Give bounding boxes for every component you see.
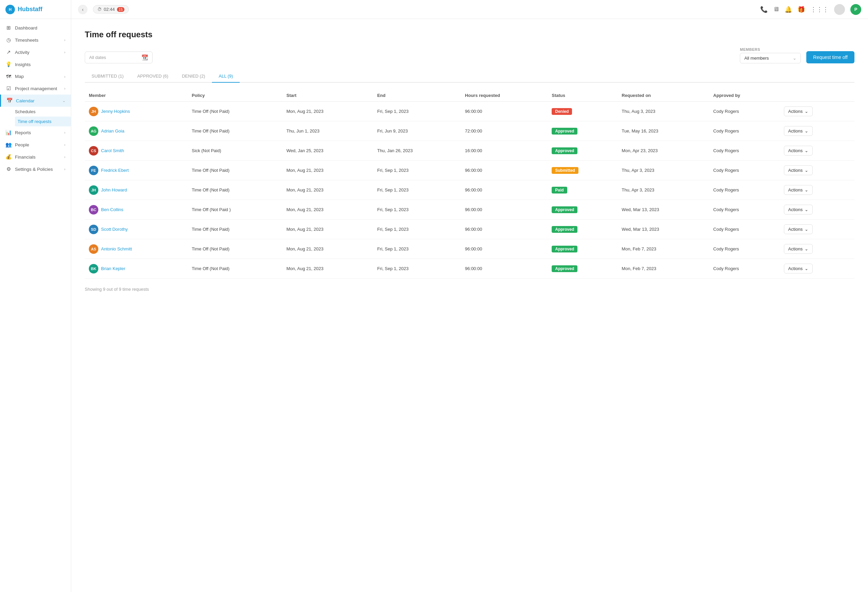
calendar-submenu: Schedules Time off requests	[0, 107, 71, 127]
actions-cell: Actions ⌄	[780, 239, 855, 259]
actions-button[interactable]: Actions ⌄	[784, 224, 813, 234]
hours-cell: 96:00:00	[461, 102, 548, 121]
status-badge: Approved	[552, 246, 577, 252]
filters-row: All dates 📆 MEMBERS All members ⌄ Reques…	[85, 47, 855, 63]
actions-button[interactable]: Actions ⌄	[784, 244, 813, 254]
approved-by-cell: Cody Rogers	[709, 180, 780, 200]
col-requested-on: Requested on	[618, 90, 709, 102]
status-badge: Approved	[552, 265, 577, 272]
sidebar-item-dashboard[interactable]: ⊞ Dashboard	[0, 22, 71, 34]
end-cell: Fri, Sep 1, 2023	[373, 259, 461, 278]
status-cell: Paid	[548, 180, 617, 200]
actions-cell: Actions ⌄	[780, 121, 855, 141]
hours-cell: 96:00:00	[461, 219, 548, 239]
page-title: Time off requests	[85, 30, 855, 39]
tab-denied[interactable]: DENIED (2)	[175, 70, 212, 83]
dashboard-icon: ⊞	[6, 25, 12, 31]
sidebar-item-project-management[interactable]: ☑ Project management ›	[0, 82, 71, 94]
actions-cell: Actions ⌄	[780, 200, 855, 219]
status-cell: Denied	[548, 102, 617, 121]
actions-button[interactable]: Actions ⌄	[784, 264, 813, 274]
phone-icon[interactable]: 📞	[760, 6, 768, 13]
sidebar-item-label: Financials	[15, 155, 35, 160]
actions-cell: Actions ⌄	[780, 141, 855, 161]
timer-icon: ⏱	[97, 7, 102, 12]
showing-text: Showing 9 out of 9 time requests	[85, 284, 855, 292]
start-cell: Mon, Aug 21, 2023	[282, 200, 373, 219]
actions-button[interactable]: Actions ⌄	[784, 146, 813, 156]
hours-cell: 72:00:00	[461, 121, 548, 141]
member-name[interactable]: Ben Collins	[101, 207, 123, 212]
sidebar-nav: ⊞ Dashboard ◷ Timesheets › ↗ Activity › …	[0, 19, 71, 592]
status-cell: Approved	[548, 239, 617, 259]
member-name[interactable]: Brian Kepler	[101, 266, 125, 271]
actions-button[interactable]: Actions ⌄	[784, 165, 813, 175]
member-name[interactable]: Scott Dorothy	[101, 227, 128, 232]
policy-cell: Time Off (Not Paid)	[188, 121, 282, 141]
gift-icon[interactable]: 🎁	[797, 6, 805, 13]
bell-icon[interactable]: 🔔	[785, 6, 792, 13]
user-avatar[interactable]	[834, 4, 845, 15]
sidebar-item-timesheets[interactable]: ◷ Timesheets ›	[0, 34, 71, 46]
member-name[interactable]: John Howard	[101, 187, 127, 193]
actions-button[interactable]: Actions ⌄	[784, 126, 813, 136]
actions-button[interactable]: Actions ⌄	[784, 185, 813, 195]
sidebar-item-financials[interactable]: 💰 Financials ›	[0, 151, 71, 163]
sidebar-item-insights[interactable]: 💡 Insights	[0, 58, 71, 71]
sidebar-item-map[interactable]: 🗺 Map ›	[0, 71, 71, 82]
start-cell: Mon, Aug 21, 2023	[282, 102, 373, 121]
member-name[interactable]: Jenny Hopkins	[101, 109, 130, 114]
chevron-down-icon: ⌄	[805, 187, 808, 193]
sidebar-item-settings[interactable]: ⚙ Settings & Policies ›	[0, 163, 71, 175]
sidebar-item-label: Settings & Policies	[15, 167, 53, 172]
member-name[interactable]: Adrian Goia	[101, 128, 124, 134]
timer-badge[interactable]: ⏱ 02:44 15	[93, 5, 129, 13]
end-cell: Fri, Sep 1, 2023	[373, 180, 461, 200]
sidebar-item-reports[interactable]: 📊 Reports ›	[0, 127, 71, 138]
sidebar-item-label: Activity	[15, 50, 30, 55]
chevron-icon: ›	[64, 86, 65, 90]
actions-cell: Actions ⌄	[780, 161, 855, 180]
chevron-icon: ›	[64, 75, 65, 79]
start-cell: Mon, Aug 21, 2023	[282, 259, 373, 278]
chevron-icon: ›	[64, 50, 65, 54]
member-name[interactable]: Carol Smith	[101, 148, 124, 153]
status-badge: Paid	[552, 187, 567, 193]
actions-cell: Actions ⌄	[780, 259, 855, 278]
sidebar-item-people[interactable]: 👥 People ›	[0, 138, 71, 151]
member-name[interactable]: Antonio Schmitt	[101, 246, 132, 252]
topbar: ‹ ⏱ 02:44 15 📞 🖥 🔔 🎁 ⋮⋮⋮ P	[71, 0, 868, 19]
project-management-icon: ☑	[6, 85, 12, 91]
member-name[interactable]: Fredrick Ebert	[101, 168, 129, 173]
screen-icon[interactable]: 🖥	[773, 6, 779, 13]
sidebar-logo-text: Hubstaff	[18, 6, 42, 13]
table-row: JH Jenny Hopkins Time Off (Not Paid) Mon…	[85, 102, 855, 121]
tab-submitted[interactable]: SUBMITTED (1)	[85, 70, 131, 83]
tab-all[interactable]: ALL (9)	[212, 70, 240, 83]
hours-cell: 16:00:00	[461, 141, 548, 161]
filters-left: All dates 📆	[85, 52, 153, 63]
status-badge: Approved	[552, 206, 577, 213]
sidebar-item-activity[interactable]: ↗ Activity ›	[0, 46, 71, 58]
policy-cell: Sick (Not Paid)	[188, 141, 282, 161]
member-cell: BC Ben Collins	[85, 200, 188, 219]
tab-approved[interactable]: APPROVED (6)	[131, 70, 175, 83]
actions-button[interactable]: Actions ⌄	[784, 106, 813, 116]
end-cell: Fri, Jun 9, 2023	[373, 121, 461, 141]
chevron-icon: ›	[64, 143, 65, 147]
requested-on-cell: Wed, Mar 13, 2023	[618, 200, 709, 219]
members-select[interactable]: All members ⌄	[740, 53, 801, 63]
sidebar-item-time-off-requests[interactable]: Time off requests	[15, 116, 71, 127]
app-container: H Hubstaff ⊞ Dashboard ◷ Timesheets › ↗ …	[0, 0, 868, 592]
grid-icon[interactable]: ⋮⋮⋮	[810, 6, 829, 13]
requested-on-cell: Mon, Apr 23, 2023	[618, 141, 709, 161]
actions-button[interactable]: Actions ⌄	[784, 205, 813, 215]
sidebar-item-schedules[interactable]: Schedules	[15, 107, 71, 116]
date-filter[interactable]: All dates 📆	[85, 52, 153, 63]
sidebar-item-calendar[interactable]: 📅 Calendar ⌄	[0, 94, 71, 107]
request-time-off-button[interactable]: Request time off	[806, 51, 855, 63]
hours-cell: 96:00:00	[461, 259, 548, 278]
back-button[interactable]: ‹	[78, 5, 87, 14]
approved-by-cell: Cody Rogers	[709, 239, 780, 259]
user-initials-badge[interactable]: P	[850, 4, 861, 15]
